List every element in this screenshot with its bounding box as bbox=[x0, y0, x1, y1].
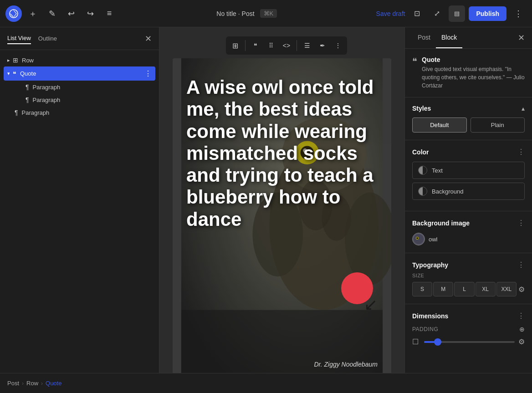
breadcrumb-row[interactable]: Row bbox=[26, 380, 38, 387]
size-xxl-button[interactable]: XXL bbox=[496, 282, 517, 296]
wp-icon bbox=[9, 9, 18, 18]
padding-slider-thumb[interactable] bbox=[434, 338, 441, 346]
more-options-button[interactable]: ⋮ bbox=[510, 5, 527, 22]
styles-buttons: Default Plain bbox=[412, 117, 525, 133]
settings-toggle-button[interactable]: ▤ bbox=[449, 5, 465, 22]
tree-item-paragraph-1[interactable]: ¶ Paragraph bbox=[0, 81, 159, 93]
tree-item-quote[interactable]: ▾ ❝ Quote ⋮ bbox=[4, 66, 155, 81]
padding-label: PADDING bbox=[412, 326, 438, 332]
shortcut-badge: ⌘K bbox=[260, 9, 277, 18]
more-toolbar-options[interactable]: ⋮ bbox=[331, 38, 345, 53]
quote-block[interactable]: A wise owl once told me, the best ideas … bbox=[173, 58, 391, 373]
bg-image-thumbnail bbox=[412, 233, 425, 245]
typography-more-icon[interactable]: ⋮ bbox=[517, 260, 525, 269]
block-info-description: Give quoted text visual emphasis. "In qu… bbox=[422, 65, 525, 90]
padding-link-button[interactable]: ⊕ bbox=[519, 326, 525, 333]
breadcrumb-sep-1: › bbox=[22, 380, 24, 387]
left-sidebar: List View Outline ✕ ▸ ⊞ Row ▾ ❝ Quote ⋮ … bbox=[0, 27, 159, 373]
canvas-area[interactable]: ⊞ ❝ ⠿ <> ☰ ✒ ⋮ bbox=[159, 27, 404, 373]
quote-content: A wise owl once told me, the best ideas … bbox=[173, 58, 391, 267]
dimensions-more-icon[interactable]: ⋮ bbox=[517, 311, 525, 320]
block-type-switcher[interactable]: ⊞ bbox=[228, 38, 242, 53]
text-color-label: Text bbox=[432, 167, 443, 174]
topbar: ＋ ✎ ↩ ↪ ≡ No title · Post ⌘K Save draft … bbox=[0, 0, 532, 27]
block-info-name: Quote bbox=[422, 56, 525, 63]
align-button[interactable]: ☰ bbox=[300, 38, 314, 53]
quote-text[interactable]: A wise owl once told me, the best ideas … bbox=[186, 77, 378, 230]
padding-slider-track[interactable] bbox=[424, 341, 515, 343]
undo-button[interactable]: ↩ bbox=[63, 5, 79, 22]
block-toolbar: ⊞ ❝ ⠿ <> ☰ ✒ ⋮ bbox=[226, 36, 347, 55]
color-more-icon[interactable]: ⋮ bbox=[517, 148, 525, 156]
toolbar-divider-1 bbox=[245, 40, 246, 51]
block-tree: ▸ ⊞ Row ▾ ❝ Quote ⋮ ¶ Paragraph ¶ Paragr… bbox=[0, 50, 159, 373]
quote-style-button[interactable]: ❝ bbox=[248, 38, 263, 53]
tab-post[interactable]: Post bbox=[412, 27, 436, 48]
padding-row: PADDING ⊕ bbox=[412, 326, 525, 333]
block-info-icon: ❝ bbox=[412, 56, 417, 67]
slider-options-button[interactable]: ⚙ bbox=[518, 337, 525, 346]
style-plain-button[interactable]: Plain bbox=[471, 117, 525, 133]
document-overview-button[interactable]: ≡ bbox=[101, 5, 118, 22]
drag-handle[interactable]: ⠿ bbox=[264, 38, 278, 53]
publish-button[interactable]: Publish bbox=[469, 6, 506, 21]
color-background-item[interactable]: Background bbox=[412, 183, 525, 200]
color-title: Color bbox=[412, 148, 429, 156]
paragraph-icon-1: ¶ bbox=[26, 83, 29, 91]
row-label: Row bbox=[22, 57, 34, 64]
tab-block[interactable]: Block bbox=[436, 27, 462, 48]
tree-item-paragraph-3[interactable]: ¶ Paragraph bbox=[0, 106, 159, 119]
save-draft-button[interactable]: Save draft bbox=[376, 10, 405, 17]
size-filter-button[interactable]: ⚙ bbox=[518, 285, 525, 294]
style-default-button[interactable]: Default bbox=[412, 117, 467, 133]
text-color-circle bbox=[418, 166, 427, 175]
tools-button[interactable]: ✎ bbox=[44, 5, 60, 22]
right-panel: Post Block ✕ ❝ Quote Give quoted text vi… bbox=[404, 27, 532, 373]
block-info-text: Quote Give quoted text visual emphasis. … bbox=[422, 56, 525, 90]
text-style-button[interactable]: ✒ bbox=[315, 38, 330, 53]
add-block-button[interactable]: ＋ bbox=[25, 5, 41, 22]
topbar-center: No title · Post ⌘K bbox=[120, 9, 373, 18]
code-editor-button[interactable]: <> bbox=[279, 38, 294, 53]
quote-more-icon[interactable]: ⋮ bbox=[144, 69, 152, 78]
padding-slider-container: ☐ ⚙ bbox=[412, 337, 525, 346]
size-label: SIZE bbox=[412, 273, 525, 278]
wordpress-logo[interactable] bbox=[5, 5, 22, 22]
text-color-half bbox=[419, 166, 423, 174]
bg-image-more-icon[interactable]: ⋮ bbox=[517, 219, 525, 227]
dimensions-title: Dimensions bbox=[412, 312, 448, 320]
color-text-item[interactable]: Text bbox=[412, 162, 525, 179]
color-section: Color ⋮ Text Background bbox=[405, 140, 532, 211]
post-title: No title · Post bbox=[216, 10, 254, 17]
color-header: Color ⋮ bbox=[412, 148, 525, 156]
styles-chevron-icon[interactable]: ▴ bbox=[522, 105, 525, 112]
styles-title: Styles bbox=[412, 105, 431, 112]
owl-thumb-icon bbox=[413, 234, 424, 245]
paragraph-label-2: Paragraph bbox=[33, 97, 61, 103]
size-m-button[interactable]: M bbox=[433, 282, 453, 296]
canvas-wrapper: ⊞ ❝ ⠿ <> ☰ ✒ ⋮ bbox=[169, 36, 395, 373]
quote-icon: ❝ bbox=[13, 70, 16, 77]
tab-outline[interactable]: Outline bbox=[38, 33, 57, 44]
typography-header: Typography ⋮ bbox=[412, 260, 525, 269]
size-row: S M L XL XXL ⚙ bbox=[412, 282, 525, 296]
bg-image-item[interactable]: owl bbox=[412, 233, 525, 245]
panel-close-button[interactable]: ✕ bbox=[518, 33, 525, 43]
redo-button[interactable]: ↪ bbox=[82, 5, 98, 22]
fullscreen-button[interactable]: ⤢ bbox=[429, 5, 445, 22]
tree-item-paragraph-2[interactable]: ¶ Paragraph bbox=[0, 93, 159, 106]
tab-list-view[interactable]: List View bbox=[7, 33, 31, 44]
row-icon: ⊞ bbox=[13, 56, 18, 64]
size-xl-button[interactable]: XL bbox=[476, 282, 496, 296]
tree-item-row[interactable]: ▸ ⊞ Row bbox=[0, 54, 159, 66]
view-button[interactable]: ⊡ bbox=[409, 5, 425, 22]
breadcrumb-quote[interactable]: Quote bbox=[46, 380, 61, 387]
background-color-label: Background bbox=[432, 188, 463, 195]
size-l-button[interactable]: L bbox=[454, 282, 474, 296]
breadcrumb-post[interactable]: Post bbox=[7, 380, 19, 387]
topbar-left: ＋ ✎ ↩ ↪ ≡ bbox=[5, 5, 118, 22]
size-s-button[interactable]: S bbox=[412, 282, 432, 296]
sidebar-close-button[interactable]: ✕ bbox=[145, 34, 152, 44]
panel-tabs: Post Block ✕ bbox=[405, 27, 532, 49]
dimensions-header: Dimensions ⋮ bbox=[412, 311, 525, 320]
